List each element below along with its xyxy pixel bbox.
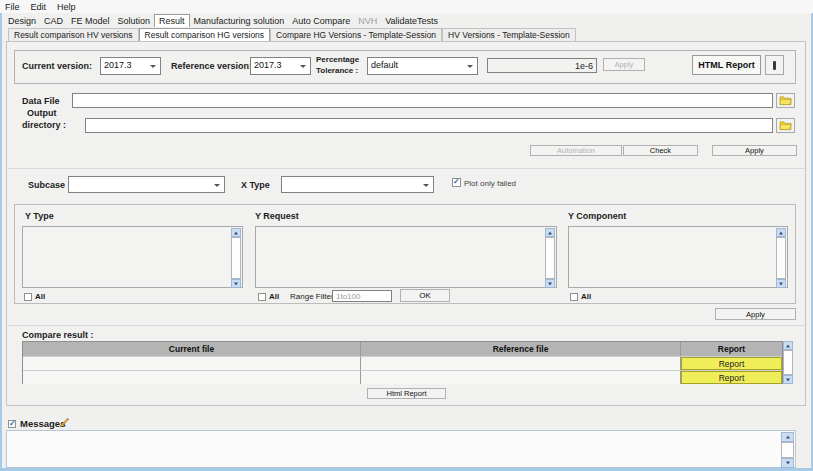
main-tab-bar: Design CAD FE Model Solution Result Manu… [4, 13, 442, 27]
report-button[interactable]: Report [681, 357, 782, 370]
range-filter-input[interactable] [332, 290, 392, 302]
scrollbar-up-icon[interactable] [781, 432, 794, 442]
compare-result-title: Compare result : [22, 330, 94, 340]
messages-checkbox[interactable] [8, 420, 16, 428]
output-directory-input[interactable] [85, 118, 773, 133]
scrollbar-thumb[interactable] [781, 442, 794, 458]
current-version-label: Current version: [22, 61, 92, 71]
tab-result-comparison-hv-versions[interactable]: Result comparison HV versions [8, 28, 139, 41]
current-version-select[interactable]: 2017.3 [100, 57, 161, 75]
check-button[interactable]: Check [623, 145, 698, 156]
subcase-select[interactable] [68, 176, 225, 193]
filter-apply-button[interactable]: Apply [715, 308, 796, 320]
application-window: File Edit Help Design CAD FE Model Solut… [0, 0, 813, 471]
reference-file-cell[interactable] [361, 356, 681, 370]
y-type-all-checkbox[interactable] [24, 293, 32, 301]
menu-help[interactable]: Help [57, 2, 76, 12]
scrollbar-thumb[interactable] [776, 237, 786, 279]
y-type-listbox[interactable] [22, 226, 243, 288]
tolerance-apply-button[interactable]: Apply [603, 58, 645, 71]
scrollbar-up-icon[interactable] [783, 341, 793, 350]
menu-file[interactable]: File [5, 2, 20, 12]
reference-version-label: Reference version: [171, 61, 252, 71]
io-apply-button[interactable]: Apply [712, 145, 797, 156]
output-directory-browse-button[interactable] [776, 118, 795, 133]
html-report-button[interactable]: HTML Report [692, 55, 761, 75]
tab-compare-hg-versions-template-session[interactable]: Compare HG Versions - Template-Session [270, 28, 442, 41]
messages-scrollbar[interactable] [781, 432, 794, 468]
scrollbar-thumb[interactable] [545, 237, 555, 279]
scrollbar-thumb[interactable] [231, 237, 241, 279]
column-header-current-file[interactable]: Current file [23, 342, 361, 356]
data-file-input[interactable] [72, 93, 773, 108]
tolerance-mode-select[interactable]: default [367, 57, 478, 75]
y-request-all-label: All [269, 292, 279, 301]
tab-solution[interactable]: Solution [114, 15, 155, 27]
y-request-label: Y Request [255, 211, 299, 221]
tab-cad[interactable]: CAD [40, 15, 67, 27]
report-button[interactable]: Report [681, 371, 782, 384]
automation-button[interactable]: Automation [530, 145, 622, 156]
reference-version-select[interactable]: 2017.3 [250, 57, 311, 75]
scrollbar-thumb[interactable] [783, 350, 793, 375]
output-directory-label-line2: directory : [22, 120, 66, 130]
menu-edit[interactable]: Edit [31, 2, 47, 12]
y-type-scrollbar[interactable] [231, 228, 241, 288]
scrollbar-up-icon[interactable] [545, 228, 555, 237]
scrollbar-down-icon[interactable] [776, 279, 786, 288]
plot-only-failed-checkbox[interactable] [452, 178, 461, 187]
y-type-all-label: All [35, 292, 45, 301]
tab-result[interactable]: Result [154, 14, 190, 27]
tab-hv-versions-template-session[interactable]: HV Versions - Template-Session [442, 28, 576, 41]
column-header-report[interactable]: Report [681, 342, 782, 356]
y-component-all-label: All [581, 292, 591, 301]
plot-only-failed-label: Plot only failed [464, 179, 516, 188]
y-request-listbox[interactable] [255, 226, 557, 288]
table-scrollbar[interactable] [783, 341, 793, 384]
tab-nvh[interactable]: NVH [354, 15, 381, 27]
tolerance-value-input[interactable] [487, 58, 597, 73]
report-detach-button[interactable] [765, 55, 784, 75]
tab-design[interactable]: Design [4, 15, 40, 27]
y-request-scrollbar[interactable] [545, 228, 555, 288]
window-edge-left [0, 13, 2, 471]
scrollbar-down-icon[interactable] [545, 279, 555, 288]
sub-tab-bar: Result comparison HV versions Result com… [8, 27, 576, 41]
tab-validatetests[interactable]: ValidateTests [381, 15, 442, 27]
tab-fe-model[interactable]: FE Model [67, 15, 114, 27]
separator [8, 325, 805, 326]
scrollbar-down-icon[interactable] [231, 279, 241, 288]
subcase-label: Subcase [28, 180, 65, 190]
y-component-scrollbar[interactable] [776, 228, 786, 288]
y-type-label: Y Type [25, 211, 54, 221]
pin-icon [773, 61, 776, 70]
percentage-tolerance-label-line1: Percentage [316, 55, 359, 64]
data-file-browse-button[interactable] [776, 93, 795, 108]
tab-result-comparison-hg-versions[interactable]: Result comparison HG versions [139, 28, 271, 41]
messages-textarea[interactable] [6, 430, 796, 468]
scrollbar-up-icon[interactable] [231, 228, 241, 237]
x-type-label: X Type [241, 180, 270, 190]
current-file-cell[interactable] [23, 370, 361, 384]
percentage-tolerance-label-line2: Tolerance : [316, 66, 358, 75]
scrollbar-up-icon[interactable] [776, 228, 786, 237]
report-cell: Report [681, 356, 782, 370]
tab-manufacturing-solution[interactable]: Manufacturing solution [190, 15, 289, 27]
current-file-cell[interactable] [23, 356, 361, 370]
scrollbar-down-icon[interactable] [781, 458, 794, 468]
y-request-all-checkbox[interactable] [258, 293, 266, 301]
column-header-reference-file[interactable]: Reference file [361, 342, 681, 356]
x-type-select[interactable] [281, 176, 434, 193]
range-filter-label: Range Filter [290, 292, 334, 301]
scrollbar-down-icon[interactable] [783, 375, 793, 384]
data-file-label: Data File [22, 96, 60, 106]
report-cell: Report [681, 370, 782, 384]
tab-auto-compare[interactable]: Auto Compare [288, 15, 354, 27]
table-row: Report [23, 370, 782, 384]
pencil-icon[interactable] [58, 417, 70, 429]
y-component-all-checkbox[interactable] [570, 293, 578, 301]
y-component-listbox[interactable] [568, 226, 788, 288]
reference-file-cell[interactable] [361, 370, 681, 384]
html-report-bottom-button[interactable]: Html Report [367, 388, 446, 399]
range-filter-ok-button[interactable]: OK [400, 289, 450, 302]
